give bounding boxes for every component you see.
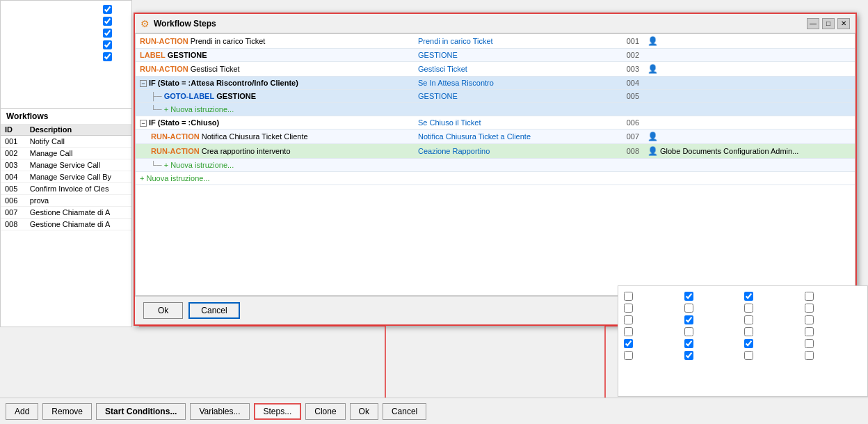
modal-dialog: ⚙ Workflow Steps — □ ✕ RUN-ACTION Prendi…: [134, 13, 857, 326]
step-col-desc: [414, 103, 609, 116]
right-checkbox-3-0[interactable]: [624, 327, 633, 336]
modal-cancel-button[interactable]: Cancel: [188, 302, 239, 319]
right-checkbox-1-3[interactable]: [805, 304, 814, 313]
step-row[interactable]: └─ + Nuova istruzione...: [136, 159, 855, 172]
right-checkbox-0-2[interactable]: [744, 292, 753, 301]
step-col-num: 007: [609, 129, 643, 144]
modal-content: RUN-ACTION Prendi in carico Ticket Prend…: [135, 33, 855, 324]
step-col-desc: Se In Attesa Riscontro: [414, 77, 609, 90]
right-checkbox-0-3[interactable]: [805, 292, 814, 301]
step-col-action: RUN-ACTION Notifica Chiusura Ticket Clie…: [136, 129, 414, 144]
step-col-action: LABEL GESTIONE: [136, 49, 414, 62]
step-col-num: [609, 172, 643, 185]
remove-button[interactable]: Remove: [42, 403, 92, 420]
step-row[interactable]: RUN-ACTION Gestisci Ticket Gestisci Tick…: [136, 62, 855, 77]
step-col-action: + Nuova istruzione...: [136, 172, 414, 185]
right-checkbox-2-3[interactable]: [805, 315, 814, 324]
step-col-num: 006: [609, 116, 643, 129]
step-col-user: [643, 159, 855, 172]
add-button[interactable]: Add: [6, 403, 38, 420]
step-col-action: RUN-ACTION Crea rapportino intervento: [136, 144, 414, 159]
right-checkbox-0-1[interactable]: [684, 292, 693, 301]
step-col-desc: Gestisci Ticket: [414, 62, 609, 77]
step-col-user: 👤: [643, 62, 855, 77]
right-checkbox-3-3[interactable]: [805, 327, 814, 336]
right-checkbox-1-2[interactable]: [744, 304, 753, 313]
steps-button[interactable]: Steps...: [254, 403, 302, 420]
ok-button[interactable]: Ok: [350, 403, 378, 420]
step-row[interactable]: + Nuova istruzione...: [136, 172, 855, 185]
step-col-action: −IF (Stato = :Attesa Riscontro/Info Clie…: [136, 77, 414, 90]
step-col-num: 004: [609, 77, 643, 90]
step-col-num: [609, 159, 643, 172]
step-col-num: 001: [609, 34, 643, 49]
step-col-user: [643, 90, 855, 103]
modal-controls: — □ ✕: [807, 18, 850, 29]
step-row[interactable]: −IF (Stato = :Chiuso) Se Chiuso il Ticke…: [136, 116, 855, 129]
step-col-num: [609, 103, 643, 116]
right-checkbox-0-0[interactable]: [624, 292, 633, 301]
bottom-toolbar: Add Remove Start Conditions... Variables…: [0, 398, 868, 424]
modal-table-area[interactable]: RUN-ACTION Prendi in carico Ticket Prend…: [135, 33, 855, 296]
step-col-user: [643, 172, 855, 185]
modal-title-icon: ⚙: [140, 18, 150, 29]
start-conditions-button[interactable]: Start Conditions...: [96, 403, 186, 420]
modal-ok-button[interactable]: Ok: [143, 302, 183, 319]
modal-title: Workflow Steps: [154, 19, 807, 29]
modal-minimize-btn[interactable]: —: [807, 18, 819, 29]
step-col-action: ├─ GOTO-LABEL GESTIONE: [136, 90, 414, 103]
step-col-desc: GESTIONE: [414, 90, 609, 103]
right-checkbox-3-2[interactable]: [744, 327, 753, 336]
modal-titlebar: ⚙ Workflow Steps — □ ✕: [135, 14, 855, 33]
steps-table: RUN-ACTION Prendi in carico Ticket Prend…: [136, 34, 855, 185]
step-row[interactable]: LABEL GESTIONE GESTIONE 002: [136, 49, 855, 62]
step-col-user: 👤: [643, 34, 855, 49]
right-checkbox-2-0[interactable]: [624, 315, 633, 324]
right-checkbox-3-1[interactable]: [684, 327, 693, 336]
step-row[interactable]: −IF (Stato = :Attesa Riscontro/Info Clie…: [136, 77, 855, 90]
step-col-num: 003: [609, 62, 643, 77]
right-checkbox-5-0[interactable]: [624, 351, 633, 360]
step-col-action: └─ + Nuova istruzione...: [136, 159, 414, 172]
variables-button[interactable]: Variables...: [190, 403, 249, 420]
step-col-desc: Se Chiuso il Ticket: [414, 116, 609, 129]
right-checkbox-2-2[interactable]: [744, 315, 753, 324]
right-checkbox-5-2[interactable]: [744, 351, 753, 360]
right-checkbox-4-3[interactable]: [805, 339, 814, 348]
right-checkbox-1-0[interactable]: [624, 304, 633, 313]
step-row[interactable]: └─ + Nuova istruzione...: [136, 103, 855, 116]
right-panel: [618, 285, 868, 397]
step-row[interactable]: ├─ GOTO-LABEL GESTIONE GESTIONE 005: [136, 90, 855, 103]
step-col-desc: [414, 172, 609, 185]
right-checkbox-2-1[interactable]: [684, 315, 693, 324]
step-col-action: RUN-ACTION Prendi in carico Ticket: [136, 34, 414, 49]
step-col-desc: Ceazione Rapportino: [414, 144, 609, 159]
right-checkbox-4-2[interactable]: [744, 339, 753, 348]
step-col-user: [643, 77, 855, 90]
right-checkbox-grid: [618, 286, 867, 366]
right-checkbox-1-1[interactable]: [684, 304, 693, 313]
step-row[interactable]: RUN-ACTION Notifica Chiusura Ticket Clie…: [136, 129, 855, 144]
step-col-user: [643, 103, 855, 116]
step-row[interactable]: RUN-ACTION Crea rapportino intervento Ce…: [136, 144, 855, 159]
step-col-desc: Notifica Chiusura Ticket a Cliente: [414, 129, 609, 144]
step-col-user: [643, 116, 855, 129]
right-checkbox-5-3[interactable]: [805, 351, 814, 360]
step-col-desc: GESTIONE: [414, 49, 609, 62]
step-col-num: 002: [609, 49, 643, 62]
step-col-user: [643, 49, 855, 62]
right-checkbox-4-0[interactable]: [624, 339, 633, 348]
cancel-button[interactable]: Cancel: [383, 403, 426, 420]
step-col-user: 👤Globe Documents Configuration Admin...: [643, 144, 855, 159]
modal-close-btn[interactable]: ✕: [837, 18, 850, 29]
step-col-num: 005: [609, 90, 643, 103]
modal-maximize-btn[interactable]: □: [822, 18, 835, 29]
step-col-action: RUN-ACTION Gestisci Ticket: [136, 62, 414, 77]
step-col-action: └─ + Nuova istruzione...: [136, 103, 414, 116]
step-col-desc: [414, 159, 609, 172]
right-checkbox-4-1[interactable]: [684, 339, 693, 348]
step-col-user: 👤: [643, 129, 855, 144]
clone-button[interactable]: Clone: [305, 403, 345, 420]
right-checkbox-5-1[interactable]: [684, 351, 693, 360]
step-row[interactable]: RUN-ACTION Prendi in carico Ticket Prend…: [136, 34, 855, 49]
